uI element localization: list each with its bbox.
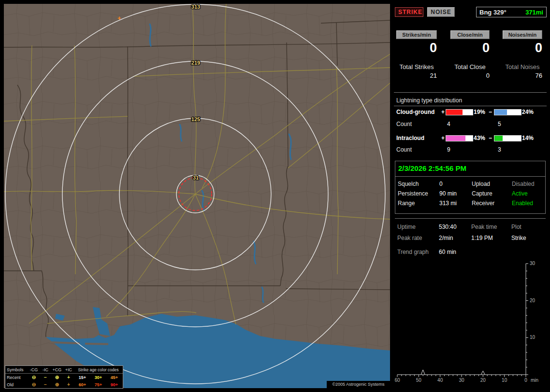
- legend-col-pos-cg: +CG: [51, 367, 63, 372]
- range-label-219: 219: [191, 60, 200, 66]
- total-strikes-label: Total Strikes: [396, 63, 437, 70]
- receiver-status: Enabled: [512, 200, 533, 207]
- squelch-value: 0: [439, 181, 443, 187]
- datetime: 2/3/2026 2:54:56 PM: [398, 164, 466, 172]
- minus-sign: −: [489, 135, 492, 141]
- peak-rate-row: Peak rate 2/min 1:19 PM Strike: [395, 235, 546, 243]
- trend-graph-period: 60 min: [439, 249, 456, 255]
- cloud-ground-negative-count: 5: [498, 121, 501, 127]
- neg-cg-recent-icon: ⊖: [28, 375, 40, 380]
- cloud-ground-count-row: Count 4 5: [394, 121, 547, 128]
- distribution-title: Lightning type distribution: [396, 97, 462, 104]
- map-canvas: 313 219 125 31 +: [4, 4, 390, 388]
- copyright: ©2005 Astrogenic Systems: [327, 381, 390, 388]
- total-close-label: Total Close: [450, 63, 490, 70]
- cloud-ground-positive-gauge: [446, 109, 473, 115]
- trend-graph-label: Trend graph: [397, 249, 429, 255]
- capture-status: Active: [512, 190, 528, 197]
- uptime-row: Uptime 530:40 Peak time Plot: [395, 224, 546, 232]
- age-30: 30+: [90, 375, 106, 380]
- intracloud-negative-count: 3: [498, 146, 501, 153]
- range-label-125: 125: [191, 116, 200, 122]
- pos-cg-old-icon: ⊕: [51, 382, 63, 387]
- squelch-label: Squelch: [398, 181, 419, 187]
- persistence-row: Persistence 90 min Capture Active: [395, 190, 545, 199]
- noises-per-min-button[interactable]: Noises/min: [503, 30, 542, 39]
- persistence-value: 90 min: [439, 190, 457, 197]
- range-label: Range: [398, 200, 415, 207]
- peak-rate-label: Peak rate: [397, 235, 422, 241]
- legend-recent-row: Recent ⊖ − ⊕ + 15+ 30+ 45+: [5, 374, 123, 381]
- range-label-31: 31: [193, 175, 199, 181]
- plot-label: Plot: [511, 224, 521, 230]
- svg-text:20: 20: [530, 298, 536, 303]
- total-strikes-value: 21: [396, 72, 437, 79]
- svg-text:30: 30: [530, 261, 536, 266]
- cloud-ground-label: Cloud-ground: [396, 109, 434, 115]
- svg-text:20: 20: [480, 378, 486, 383]
- legend-col-pos-ic: +IC: [63, 367, 74, 372]
- total-close-value: 0: [450, 72, 490, 79]
- age-15: 15+: [74, 375, 90, 380]
- age-45: 45+: [106, 375, 122, 380]
- pos-ic-old-icon: +: [63, 382, 74, 387]
- neg-cg-old-icon: ⊖: [28, 382, 40, 387]
- separator: [394, 106, 547, 106]
- age-75: 75+: [90, 382, 106, 387]
- svg-text:10: 10: [502, 378, 507, 383]
- total-noises-value: 76: [503, 72, 542, 79]
- pos-cg-recent-icon: ⊕: [51, 375, 63, 380]
- receiver-label: Receiver: [472, 200, 494, 207]
- status-box: 2/3/2026 2:54:56 PM Squelch 0 Upload Dis…: [395, 161, 546, 214]
- strikes-per-min-value: 0: [396, 41, 437, 56]
- trend-graph: 6050403020100min102030: [395, 259, 546, 385]
- close-per-min-button[interactable]: Close/min: [450, 30, 490, 39]
- plot-value: Strike: [511, 235, 526, 241]
- uptime-label: Uptime: [397, 224, 416, 230]
- peak-time-label: Peak time: [471, 224, 497, 230]
- bearing-distance: 371mi: [525, 9, 543, 16]
- intracloud-positive-gauge: [446, 135, 473, 141]
- count-label: Count: [396, 121, 412, 127]
- neg-ic-recent-icon: −: [40, 375, 51, 380]
- cloud-ground-positive-pct: 19%: [474, 109, 485, 115]
- neg-ic-old-icon: −: [40, 382, 51, 387]
- cloud-ground-negative-pct: 24%: [522, 109, 534, 115]
- lightning-map[interactable]: 313 219 125 31 + ©2005 Astrogenic System…: [4, 4, 390, 388]
- intracloud-negative-pct: 14%: [522, 135, 534, 141]
- range-label-313: 313: [191, 4, 200, 10]
- intracloud-positive-count: 9: [447, 146, 450, 153]
- strikes-per-min-button[interactable]: Strikes/min: [396, 30, 437, 39]
- legend-col-neg-ic: -IC: [40, 367, 51, 372]
- total-noises-label: Total Noises: [503, 63, 542, 70]
- legend-age-header: Strike age color codes: [74, 367, 122, 372]
- legend-old-row: Old ⊖ − ⊕ + 60+ 75+ 90+: [5, 381, 123, 388]
- strike-button[interactable]: STRIKE: [395, 7, 423, 17]
- legend-symbols-header: Symbols: [5, 367, 28, 372]
- range-row: Range 313 mi Receiver Enabled: [395, 200, 545, 209]
- pos-ic-recent-icon: +: [63, 375, 74, 380]
- range-value: 313 mi: [439, 200, 457, 207]
- stats-box: Uptime 530:40 Peak time Plot Peak rate 2…: [395, 218, 546, 389]
- bearing-value: Bng 329°: [479, 9, 507, 16]
- peak-time-value: 1:19 PM: [471, 235, 493, 241]
- age-90: 90+: [106, 382, 122, 387]
- persistence-label: Persistence: [398, 190, 428, 197]
- intracloud-negative-gauge: [494, 135, 521, 141]
- close-per-min-value: 0: [450, 41, 490, 56]
- intracloud-positive-pct: 43%: [474, 135, 485, 141]
- age-60: 60+: [74, 382, 90, 387]
- separator: [394, 92, 547, 93]
- svg-text:50: 50: [416, 378, 422, 383]
- upload-label: Upload: [472, 181, 490, 187]
- intracloud-row: Intracloud + 43% − 14%: [394, 135, 547, 142]
- svg-text:30: 30: [459, 378, 464, 383]
- minus-sign: −: [489, 109, 492, 115]
- noise-button[interactable]: NOISE: [427, 7, 455, 17]
- strike-marker: +: [117, 14, 121, 22]
- cloud-ground-positive-count: 4: [447, 121, 450, 127]
- strike-legend: Symbols -CG -IC +CG +IC Strike age color…: [5, 365, 123, 389]
- legend-old-label: Old: [5, 382, 28, 387]
- squelch-row: Squelch 0 Upload Disabled: [395, 181, 545, 189]
- intracloud-label: Intracloud: [396, 135, 424, 141]
